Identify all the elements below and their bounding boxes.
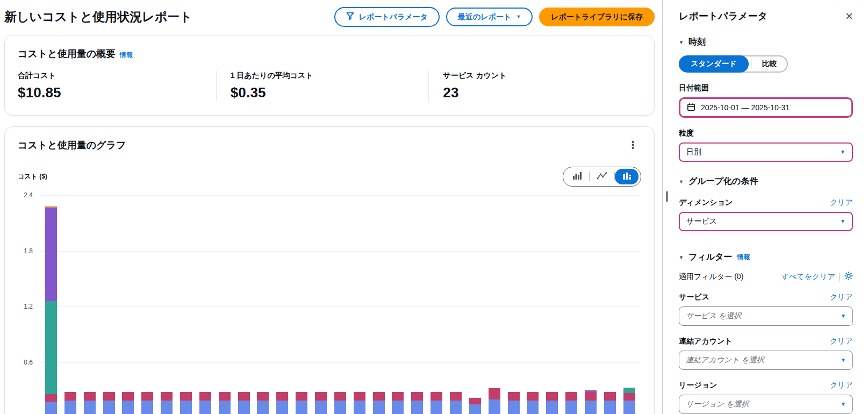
bar-day-10[interactable] xyxy=(219,392,231,414)
section-grouping[interactable]: ▼ グループ化の条件 xyxy=(679,176,853,187)
bar-chart-icon xyxy=(573,172,582,181)
bar-segment-series-crimson xyxy=(489,388,500,399)
filter-group-service: サービス クリア サービス を選択 ▼ xyxy=(679,292,853,326)
region-filter-select[interactable]: リージョン を選択 ▼ xyxy=(679,395,853,414)
stacked-bar-chart-type-button[interactable] xyxy=(615,169,639,184)
chevron-down-icon: ▼ xyxy=(840,149,845,155)
bar-day-30[interactable] xyxy=(604,392,616,414)
bar-day-25[interactable] xyxy=(508,392,520,414)
bar-segment-series-blue xyxy=(64,401,76,414)
bar-day-21[interactable] xyxy=(431,392,442,414)
linked-account-filter-select[interactable]: 連結アカウント を選択 ▼ xyxy=(679,351,853,370)
bar-segment-series-crimson xyxy=(392,392,404,401)
bar-segment-series-crimson xyxy=(411,392,423,401)
bar-day-7[interactable] xyxy=(161,392,173,414)
caret-down-icon: ▼ xyxy=(679,255,684,260)
bar-segment-series-blue xyxy=(141,401,153,414)
bar-day-29[interactable] xyxy=(585,390,597,414)
mode-standard-button[interactable]: スタンダード xyxy=(679,55,749,73)
bar-day-23[interactable] xyxy=(469,398,481,414)
report-parameters-button[interactable]: レポートパラメータ xyxy=(334,7,440,27)
segment-divider xyxy=(751,59,751,69)
dimension-clear-link[interactable]: クリア xyxy=(830,198,853,208)
bar-segment-series-blue xyxy=(392,401,404,414)
filter-info-link[interactable]: 情報 xyxy=(737,253,750,262)
clear-link[interactable]: クリア xyxy=(830,381,853,390)
bar-segment-series-blue xyxy=(527,401,539,414)
service-filter-select[interactable]: サービス を選択 ▼ xyxy=(679,306,853,326)
bar-day-26[interactable] xyxy=(527,392,539,414)
bar-day-6[interactable] xyxy=(141,392,153,414)
bar-day-17[interactable] xyxy=(354,392,365,414)
bar-segment-series-crimson xyxy=(238,392,250,401)
bar-segment-series-blue xyxy=(431,401,442,414)
bar-day-22[interactable] xyxy=(450,392,462,414)
bar-segment-series-crimson xyxy=(469,398,481,404)
bar-day-12[interactable] xyxy=(257,392,269,414)
bar-day-4[interactable] xyxy=(103,392,115,414)
bar-day-13[interactable] xyxy=(276,392,288,414)
bar-segment-series-crimson xyxy=(546,392,558,401)
summary-info-link[interactable]: 情報 xyxy=(120,51,133,60)
bar-segment-series-teal xyxy=(45,301,57,394)
bar-day-9[interactable] xyxy=(199,392,211,414)
header-actions: レポートパラメータ 最近のレポート ▼ レポートライブラリに保存 xyxy=(334,7,655,27)
recent-reports-button[interactable]: 最近のレポート ▼ xyxy=(446,8,533,26)
bar-day-28[interactable] xyxy=(565,392,577,414)
bar-day-16[interactable] xyxy=(334,392,346,414)
bar-day-1[interactable] xyxy=(45,206,57,414)
bar-segment-series-blue xyxy=(238,401,250,414)
caret-down-icon: ▼ xyxy=(679,40,684,45)
bar-segment-series-blue xyxy=(122,401,134,414)
bar-day-11[interactable] xyxy=(238,392,250,414)
report-parameters-panel: レポートパラメータ × ▼ 時刻 スタンダード 比較 日付範囲 2025-10-… xyxy=(662,0,868,414)
date-range-label: 日付範囲 xyxy=(679,83,853,93)
bar-segment-series-crimson xyxy=(623,393,635,401)
bar-segment-series-crimson xyxy=(141,392,153,401)
summary-card: コストと使用量の概要 情報 合計コスト $10.85 1 日あたりの平均コスト … xyxy=(4,35,655,116)
bar-day-5[interactable] xyxy=(122,392,134,414)
date-range-input[interactable]: 2025-10-01 — 2025-10-31 xyxy=(679,97,853,118)
bar-day-2[interactable] xyxy=(64,392,76,414)
bar-segment-series-crimson xyxy=(296,392,307,401)
chart-plot xyxy=(40,195,640,414)
close-icon[interactable]: × xyxy=(845,10,853,23)
bars-container xyxy=(40,195,640,414)
bar-segment-series-blue xyxy=(411,401,423,414)
bar-day-31[interactable] xyxy=(623,388,635,414)
panel-resize-handle[interactable] xyxy=(666,191,668,202)
clear-all-filters-link[interactable]: すべてをクリア xyxy=(781,272,835,282)
section-filter[interactable]: ▼ フィルター 情報 xyxy=(679,252,853,263)
bar-day-24[interactable] xyxy=(489,388,500,414)
y-tick-label: 1.2 xyxy=(24,303,33,310)
bar-chart-type-button[interactable] xyxy=(565,169,589,184)
granularity-select[interactable]: 日別 ▼ xyxy=(679,142,853,162)
bar-day-15[interactable] xyxy=(315,392,327,414)
bar-day-19[interactable] xyxy=(392,392,404,414)
chart-options-button[interactable]: ⋮ xyxy=(625,139,641,151)
metric-avg-daily-cost: 1 日あたりの平均コスト $0.35 xyxy=(216,71,429,101)
line-chart-type-button[interactable] xyxy=(590,169,614,184)
mode-compare-button[interactable]: 比較 xyxy=(752,56,787,72)
chart-card: コストと使用量のグラフ ⋮ コスト ($) 2.41.81.20.60 xyxy=(4,126,655,414)
save-to-library-button[interactable]: レポートライブラリに保存 xyxy=(539,8,655,26)
bar-day-14[interactable] xyxy=(296,392,307,414)
clear-link[interactable]: クリア xyxy=(830,292,853,302)
bar-segment-series-crimson xyxy=(161,392,173,401)
stacked-bar-chart-icon xyxy=(622,172,631,181)
bar-day-18[interactable] xyxy=(373,392,385,414)
bar-segment-series-crimson xyxy=(180,392,192,401)
bar-segment-series-crimson xyxy=(45,394,57,402)
gear-icon[interactable] xyxy=(844,272,853,282)
bar-segment-series-blue xyxy=(219,401,231,414)
y-tick-label: 0.6 xyxy=(24,359,33,366)
bar-day-20[interactable] xyxy=(411,392,423,414)
section-time[interactable]: ▼ 時刻 xyxy=(679,37,853,48)
bar-day-27[interactable] xyxy=(546,392,558,414)
granularity-value: 日別 xyxy=(686,147,701,157)
bar-segment-series-blue xyxy=(276,401,288,414)
bar-day-3[interactable] xyxy=(84,392,96,414)
bar-day-8[interactable] xyxy=(180,392,192,414)
dimension-select[interactable]: サービス ▼ xyxy=(679,212,853,231)
clear-link[interactable]: クリア xyxy=(830,337,853,346)
